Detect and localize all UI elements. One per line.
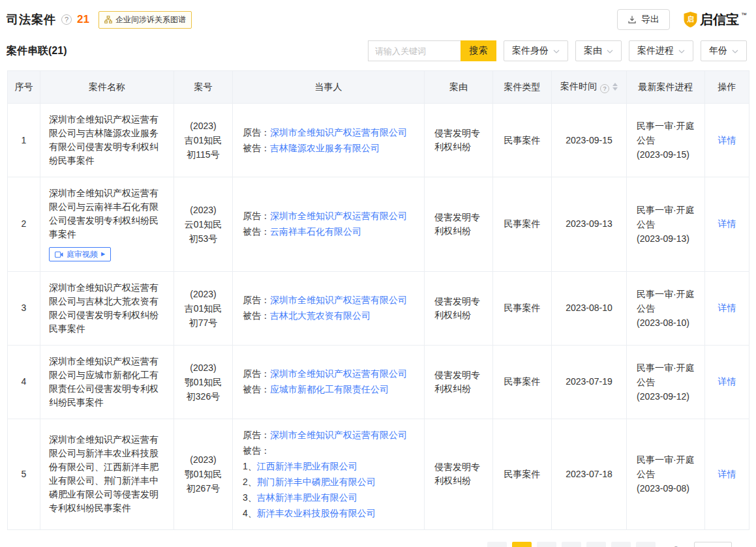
party-line: 原告：深圳市全维知识产权运营有限公司: [243, 209, 417, 223]
col-label-latest-progress: 最新案件进程: [639, 81, 693, 92]
filter-year-label: 年份: [709, 45, 727, 57]
case-progress-cell: 民事一审·开庭公告(2023-09-15): [627, 104, 705, 177]
party-role-label: 被告：: [243, 226, 270, 237]
case-type: 民事案件: [493, 345, 552, 419]
progress-text: 民事一审·开庭公告: [637, 452, 698, 481]
page-button-4[interactable]: 4: [586, 542, 606, 547]
company-link[interactable]: 应城市新都化工有限责任公司: [270, 384, 389, 394]
page-button-5[interactable]: 5: [611, 542, 631, 547]
prev-page-button[interactable]: <: [487, 542, 507, 547]
case-number-line: (2023): [181, 287, 226, 301]
trial-video-button[interactable]: 庭审视频▶: [49, 247, 111, 261]
table-row: 5深圳市全维知识产权运营有限公司与新洋丰农业科技股份有限公司、江西新洋丰肥业有限…: [8, 419, 749, 529]
col-label-action: 操作: [718, 81, 736, 92]
table-header-row: 序号案件名称案号当事人案由案件类型案件时间?最新案件进程操作: [8, 71, 749, 104]
filter-case-progress[interactable]: 案件进程: [629, 40, 693, 61]
filter-dropdowns: 案件身份案由案件进程年份: [504, 40, 747, 61]
page-header: 司法案件 ? 21 企业间涉诉关系图谱 导出: [0, 0, 756, 30]
case-number-line: (2023): [181, 119, 226, 133]
header-right: 导出 启 启信宝 ™: [617, 9, 747, 30]
col-header-case-type: 案件类型: [493, 71, 552, 104]
col-header-case-time[interactable]: 案件时间?: [552, 71, 627, 104]
video-camera-icon: [55, 251, 63, 258]
search-input[interactable]: [368, 40, 461, 61]
table-body: 1深圳市全维知识产权运营有限公司与吉林隆源农业服务有限公司侵害发明专利权纠纷民事…: [8, 104, 749, 530]
chevron-down-icon: [607, 50, 613, 53]
page-title: 司法案件: [7, 12, 56, 27]
company-link[interactable]: 江西新洋丰肥业有限公司: [257, 461, 357, 471]
company-link[interactable]: 深圳市全维知识产权运营有限公司: [270, 368, 407, 379]
help-icon[interactable]: ?: [61, 14, 72, 25]
sort-desc-icon: [612, 87, 618, 91]
detail-link[interactable]: 详情: [718, 469, 736, 479]
party-role-label: 被告：: [243, 143, 270, 153]
case-name: 深圳市全维知识产权运营有限公司与吉林隆源农业服务有限公司侵害发明专利权纠纷民事案…: [49, 113, 166, 168]
party-line: 被告：吉林隆源农业服务有限公司: [243, 141, 417, 155]
help-icon[interactable]: ?: [600, 84, 609, 93]
company-link[interactable]: 深圳市全维知识产权运营有限公司: [270, 430, 407, 440]
party-line: 被告：云南祥丰石化有限公司: [243, 225, 417, 239]
case-number-line: 初115号: [181, 147, 226, 162]
svg-text:启: 启: [686, 15, 694, 23]
col-label-parties: 当事人: [315, 81, 342, 92]
col-label-cause: 案由: [449, 81, 468, 92]
progress-text: 民事一审·开庭公告: [637, 203, 698, 231]
jump-page-input[interactable]: [694, 542, 732, 547]
party-line: 被告：: [243, 444, 417, 458]
case-name: 深圳市全维知识产权运营有限公司与云南祥丰石化有限公司侵害发明专利权纠纷民事案件: [49, 186, 166, 241]
search-button[interactable]: 搜索: [461, 40, 496, 61]
company-link[interactable]: 吉林新洋丰肥业有限公司: [257, 492, 357, 503]
case-progress-cell: 民事一审·开庭公告(2023-09-08): [627, 419, 705, 529]
parties-cell: 原告：深圳市全维知识产权运营有限公司被告：吉林北大荒农资有限公司: [233, 271, 425, 345]
litigation-relation-graph-button[interactable]: 企业间涉诉关系图谱: [98, 11, 192, 29]
party-role-label: 被告：: [243, 310, 270, 321]
party-role-label: 原告：: [243, 127, 270, 138]
company-link[interactable]: 吉林隆源农业服务有限公司: [270, 143, 380, 153]
company-link[interactable]: 荆门新洋丰中磷肥业有限公司: [257, 477, 376, 487]
page-button-3[interactable]: 3: [562, 542, 581, 547]
case-date: 2023-08-10: [552, 271, 627, 345]
party-line: 被告：吉林北大荒农资有限公司: [243, 309, 417, 323]
col-label-case-name: 案件名称: [89, 81, 125, 92]
party-role-label: 被告：: [243, 384, 270, 394]
case-name: 深圳市全维知识产权运营有限公司与应城市新都化工有限责任公司侵害发明专利权纠纷民事…: [49, 355, 166, 409]
case-number: (2023)云01知民初53号: [174, 177, 233, 272]
detail-link[interactable]: 详情: [718, 303, 736, 313]
party-role-label: 原告：: [243, 430, 270, 440]
play-icon: ▶: [101, 251, 105, 258]
parties-cell: 原告：深圳市全维知识产权运营有限公司被告：应城市新都化工有限责任公司: [233, 345, 425, 419]
col-header-action: 操作: [705, 71, 749, 104]
filter-case-identity[interactable]: 案件身份: [504, 40, 568, 61]
party-role-label: 原告：: [243, 211, 270, 221]
sort-icon[interactable]: [612, 83, 618, 91]
graph-button-label: 企业间涉诉关系图谱: [115, 14, 186, 25]
company-link[interactable]: 新洋丰农业科技股份有限公司: [257, 508, 376, 518]
party-line: 原告：深圳市全维知识产权运营有限公司: [243, 428, 417, 442]
party-role-label: 3、: [243, 492, 257, 503]
detail-link[interactable]: 详情: [718, 135, 736, 145]
page-buttons: <12345>: [482, 542, 656, 547]
progress-date: (2023-08-10): [637, 316, 698, 330]
search-box: 搜索: [368, 40, 496, 61]
pagination: <12345> 跳至 页: [0, 530, 756, 547]
page-button-1[interactable]: 1: [512, 542, 532, 547]
company-link[interactable]: 吉林北大荒农资有限公司: [270, 310, 370, 321]
party-role-label: 原告：: [243, 368, 270, 379]
case-number-line: 鄂01知民: [181, 375, 226, 389]
case-name-cell: 深圳市全维知识产权运营有限公司与新洋丰农业科技股份有限公司、江西新洋丰肥业有限公…: [40, 419, 174, 529]
filter-year[interactable]: 年份: [701, 40, 747, 61]
next-page-button[interactable]: >: [636, 542, 656, 547]
page-button-2[interactable]: 2: [537, 542, 556, 547]
case-name-cell: 深圳市全维知识产权运营有限公司与云南祥丰石化有限公司侵害发明专利权纠纷民事案件庭…: [40, 177, 174, 272]
company-link[interactable]: 云南祥丰石化有限公司: [270, 226, 361, 237]
detail-link[interactable]: 详情: [718, 218, 736, 229]
detail-link[interactable]: 详情: [718, 376, 736, 387]
col-header-cause: 案由: [425, 71, 493, 104]
export-button[interactable]: 导出: [617, 9, 670, 30]
company-link[interactable]: 深圳市全维知识产权运营有限公司: [270, 295, 407, 305]
company-link[interactable]: 深圳市全维知识产权运营有限公司: [270, 127, 407, 138]
filter-cause[interactable]: 案由: [575, 40, 622, 61]
company-link[interactable]: 深圳市全维知识产权运营有限公司: [270, 211, 407, 221]
row-index: 5: [8, 419, 40, 529]
action-cell: 详情: [705, 271, 749, 345]
